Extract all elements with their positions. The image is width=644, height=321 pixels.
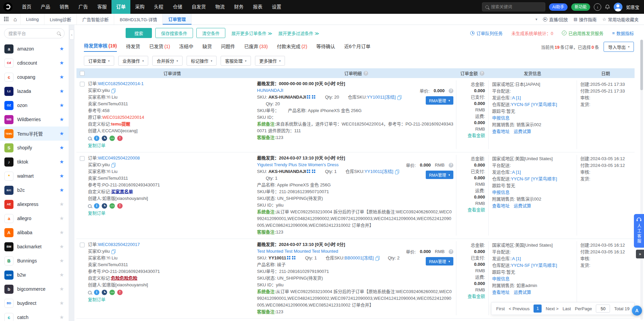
sidebar-item[interactable]: Cdcdiscount★ bbox=[0, 56, 69, 70]
product-title-link[interactable]: HUNIANDAJI bbox=[257, 88, 283, 93]
favorite-star-icon[interactable]: ★ bbox=[60, 187, 64, 193]
customer-service-button[interactable]: 人工客服 bbox=[634, 214, 644, 248]
sidebar-collapse-button[interactable]: ‹ bbox=[69, 30, 74, 40]
status-tab[interactable]: 待发货 bbox=[126, 43, 140, 52]
message-icon[interactable] bbox=[109, 290, 115, 295]
original-order-link[interactable]: WEC0182504220014 bbox=[102, 115, 144, 120]
global-search-input[interactable] bbox=[491, 5, 542, 9]
topnav-item[interactable]: 财务 bbox=[229, 0, 248, 14]
sidebar-item[interactable]: ♪tiktok★ bbox=[0, 155, 69, 169]
warehouse-sku-link[interactable]: YY10011[冻结] bbox=[367, 95, 396, 100]
favorite-star-icon[interactable]: ★ bbox=[60, 244, 64, 250]
sidebar-item[interactable]: B2Cb2c★ bbox=[0, 183, 69, 197]
view-amount-link[interactable]: 查看金额 bbox=[468, 294, 485, 299]
info-icon[interactable]: i bbox=[94, 290, 99, 295]
perpage-input[interactable] bbox=[596, 305, 610, 313]
favorite-star-icon[interactable]: ★ bbox=[60, 88, 64, 94]
warehouse-sku-link[interactable]: BB00001[冻结] bbox=[345, 255, 374, 260]
magnifier-icon[interactable] bbox=[88, 291, 92, 294]
magnifier-icon[interactable] bbox=[88, 204, 92, 208]
favorite-star-icon[interactable]: ★ bbox=[60, 314, 64, 320]
sidebar-item[interactable]: Lzlazada★ bbox=[0, 84, 69, 98]
notifications-bell-icon[interactable] bbox=[605, 3, 610, 11]
previous-page-button[interactable]: < Previous bbox=[509, 306, 530, 311]
assistant-avatar[interactable]: A bbox=[632, 306, 642, 316]
product-title-link[interactable]: Yigutest Trendy Plus Size Women's Dress bbox=[257, 162, 339, 167]
order-number-link[interactable]: WEC0182504220014-1 bbox=[98, 81, 144, 86]
history-icon[interactable] bbox=[102, 290, 107, 295]
status-tab[interactable]: 缺货 bbox=[202, 43, 212, 52]
status-tab[interactable]: 近6个月订单 bbox=[344, 43, 371, 52]
copy-icon[interactable] bbox=[111, 249, 115, 253]
view-amount-link[interactable]: 查看金额 bbox=[468, 133, 485, 138]
freight-trial-link[interactable]: 运费试算 bbox=[514, 203, 531, 208]
status-tab[interactable]: 付款未完成(2) bbox=[277, 43, 307, 52]
topnav-item[interactable]: 自发货 bbox=[187, 0, 211, 14]
data-metrics-link[interactable]: ≡数据指标 bbox=[612, 30, 634, 36]
topnav-item[interactable]: 广告 bbox=[74, 0, 93, 14]
scrollbar[interactable] bbox=[640, 40, 643, 320]
alert-icon[interactable]: ! bbox=[117, 203, 123, 209]
copy-icon[interactable] bbox=[111, 163, 115, 167]
favorite-star-icon[interactable]: ★ bbox=[60, 286, 64, 292]
favorite-star-icon[interactable]: ★ bbox=[60, 300, 64, 306]
copy-icon[interactable] bbox=[397, 95, 401, 99]
copy-order-link[interactable]: 复制订单 bbox=[88, 211, 105, 216]
topnav-item[interactable]: 采购 bbox=[130, 0, 149, 14]
favorite-star-icon[interactable]: ★ bbox=[60, 215, 64, 221]
rma-button[interactable]: RMA管理▾ bbox=[426, 171, 453, 179]
topnav-item[interactable]: 销售 bbox=[55, 0, 74, 14]
sidebar-item[interactable]: aamazon★ bbox=[0, 42, 69, 56]
select-all-checkbox[interactable] bbox=[80, 71, 85, 76]
copy-order-link[interactable]: 复制订单 bbox=[88, 143, 105, 148]
status-tab[interactable]: 已废弃(33) bbox=[244, 43, 268, 52]
sidebar-item[interactable]: BDbuydirect★ bbox=[0, 296, 69, 310]
view-address-link[interactable]: 查看地址 bbox=[492, 290, 510, 295]
sidebar-item[interactable]: ccoupang★ bbox=[0, 70, 69, 84]
app-logo-icon[interactable] bbox=[3, 2, 12, 11]
ship-warehouse-link[interactable]: :A [1] bbox=[511, 170, 521, 175]
topnav-item[interactable]: 仓储 bbox=[168, 0, 187, 14]
page-tab[interactable]: 广告智能诊断 bbox=[77, 14, 114, 25]
sidebar-item[interactable]: B2Wb2w★ bbox=[0, 268, 69, 282]
view-address-link[interactable]: 查看地址 bbox=[492, 203, 510, 208]
page-tab[interactable]: 订单管理 bbox=[163, 14, 191, 25]
clear-conditions-button[interactable]: 清空条件 bbox=[196, 28, 225, 38]
warehouse-sku-link[interactable]: YY10011[冻结] bbox=[364, 169, 393, 174]
rma-button[interactable]: RMA管理▾ bbox=[426, 257, 453, 265]
import-export-button[interactable]: 导入导出▾ bbox=[604, 42, 634, 52]
favorite-star-icon[interactable]: ★ bbox=[60, 74, 64, 80]
more-filter-conditions-link[interactable]: 展开更多过滤条件 ≫ bbox=[278, 30, 319, 36]
favorite-star-icon[interactable]: ★ bbox=[60, 173, 64, 179]
action-button[interactable]: 业务操作▾ bbox=[118, 56, 149, 66]
history-icon[interactable] bbox=[102, 203, 107, 209]
apps-grid-icon[interactable] bbox=[4, 17, 9, 22]
sidebar-item[interactable]: aallegro★ bbox=[0, 211, 69, 225]
rma-button[interactable]: RMA管理▾ bbox=[426, 96, 453, 105]
status-tab[interactable]: 待发货审核(19) bbox=[84, 42, 117, 52]
more-order-conditions-link[interactable]: 展开更多订单条件 ≫ bbox=[231, 30, 272, 36]
action-button[interactable]: 标记操作▾ bbox=[187, 56, 217, 66]
declare-info-link[interactable]: 申报信息 bbox=[492, 115, 510, 120]
new-features-button[interactable]: 新功能 bbox=[571, 3, 590, 11]
global-search[interactable] bbox=[482, 2, 545, 11]
row-checkbox[interactable] bbox=[80, 156, 85, 161]
favorite-star-icon[interactable]: ★ bbox=[60, 229, 64, 236]
warehouse-delivery-link[interactable]: YYCN-SF [YY菜鸟顺丰] bbox=[511, 176, 557, 181]
favorite-star-icon[interactable]: ★ bbox=[60, 201, 64, 207]
panel-collapse-button[interactable]: » bbox=[636, 250, 644, 258]
topnav-item[interactable]: 物流 bbox=[211, 0, 229, 14]
favorites-link[interactable]: ☆常用功能收藏夹 bbox=[602, 16, 639, 23]
action-button[interactable]: 客服处理▾ bbox=[221, 56, 251, 66]
product-title-link[interactable]: Test Mounted Test Mounted Test Mounted bbox=[257, 249, 338, 254]
favorite-star-icon[interactable]: ★ bbox=[60, 60, 64, 66]
sidebar-item[interactable]: BBunnings★ bbox=[0, 254, 69, 268]
info-icon[interactable]: i bbox=[94, 136, 99, 141]
declare-info-link[interactable]: 申报信息 bbox=[492, 276, 510, 281]
declare-info-link[interactable]: 申报信息 bbox=[492, 190, 510, 195]
sidebar-item[interactable]: WBWildberries★ bbox=[0, 112, 69, 127]
username-label[interactable]: 如意宝 bbox=[626, 4, 639, 10]
chevron-down-icon[interactable]: ▾ bbox=[536, 17, 538, 22]
favorite-star-icon[interactable]: ★ bbox=[60, 145, 64, 151]
status-tab[interactable]: 已发货(1) bbox=[149, 43, 170, 52]
